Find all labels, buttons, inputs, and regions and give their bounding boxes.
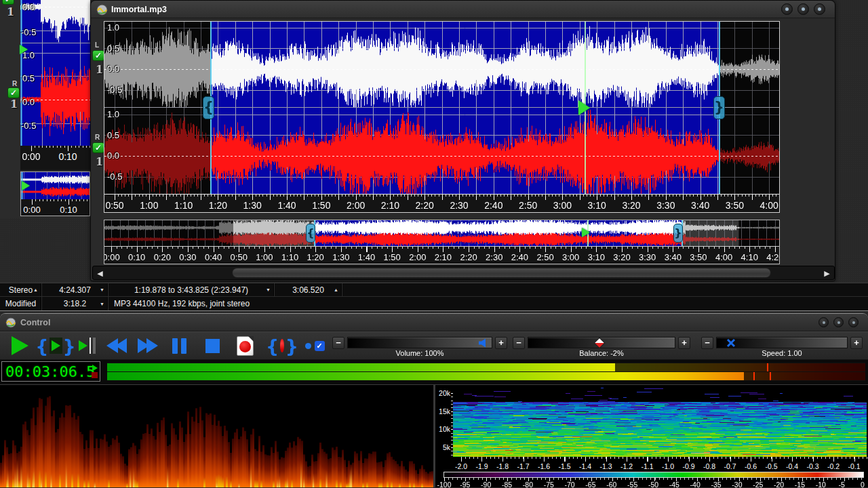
bg-overview[interactable]: 0:000:10 (20, 171, 90, 216)
scroll-left-arrow[interactable]: ◀ (94, 268, 106, 279)
speed-minus-button[interactable]: − (701, 337, 713, 349)
sound-window[interactable]: Immortal.mp3 L ✓ 1 R ✓ 1 1.00.50.0-0.5 1… (90, 0, 835, 281)
balance-handle-icon[interactable] (594, 337, 606, 348)
stop-button[interactable] (203, 335, 221, 357)
volume-handle-speaker-icon[interactable] (478, 338, 489, 348)
bg-overview-canvas[interactable] (21, 172, 90, 199)
fast-forward-button[interactable] (134, 335, 161, 357)
minimize-button[interactable] (781, 3, 793, 15)
status-format: MP3 44100 Hz, 192 kbps, joint stereo (108, 297, 868, 310)
db-label: -35 (711, 481, 721, 487)
overview-selection-start-handle[interactable]: { (306, 224, 315, 243)
timeline-label: 4:20 (766, 252, 779, 262)
timeline-label: 1:50 (383, 252, 400, 262)
timeline-label: 2:50 (536, 252, 553, 262)
selection-end-handle[interactable]: } (713, 96, 725, 119)
monitor-button[interactable]: ✓ (302, 335, 327, 357)
bg-playback-marker-icon[interactable] (20, 45, 28, 54)
overview-strip[interactable]: { } 0:000:100:200:300:400:501:001:101:20… (104, 220, 780, 264)
timeline-label: 0:50 (231, 252, 248, 262)
play-button[interactable] (8, 335, 31, 357)
play-selection-box (50, 338, 62, 354)
volume-slider[interactable] (347, 337, 492, 348)
control-titlebar[interactable]: Control (0, 314, 868, 331)
bg-timeline-ruler: 0:000:10 (20, 146, 90, 170)
minimize-button[interactable] (818, 317, 829, 327)
spectrogram-panel: 20k15k10k5k -2.0-1.9-1.8-1.7-1.6-1.5-1.4… (435, 384, 868, 487)
overview-ruler[interactable]: 0:000:100:200:300:400:501:001:101:201:30… (104, 246, 779, 264)
status-channels[interactable]: Stereo ▲ (0, 283, 42, 296)
dropdown-down-icon: ▼ (100, 302, 104, 306)
close-button[interactable] (848, 317, 859, 327)
balance-minus-button[interactable]: − (513, 337, 525, 349)
play-icon (79, 340, 87, 351)
db-label: -40 (690, 481, 701, 487)
status-selection-range[interactable]: 1:19.878 to 3:43.825 (2:23.947) ▼ (108, 283, 275, 296)
control-window[interactable]: Control { } (0, 313, 868, 487)
bg-channel-r-checkbox[interactable]: ✓ (7, 87, 20, 98)
timeline-ruler[interactable]: 0:501:001:101:201:301:401:502:002:102:20… (104, 194, 779, 212)
sound-window-titlebar[interactable]: Immortal.mp3 (91, 1, 835, 18)
timeline-label: 1:20 (307, 252, 324, 262)
db-label: -90 (481, 481, 491, 487)
db-label: -55 (627, 481, 637, 487)
balance-plus-button[interactable]: + (678, 337, 690, 349)
db-label: -100 (437, 481, 451, 487)
rewind-icon (115, 338, 127, 353)
scrollbar-thumb[interactable] (232, 268, 771, 278)
channel-left-label: L (95, 41, 99, 49)
brace-icon: { (35, 337, 48, 355)
status-remaining[interactable]: 3:18.2 ▼ (42, 297, 108, 310)
overview-selection-end-handle[interactable]: } (673, 224, 683, 243)
bg-waveform-canvas[interactable] (20, 0, 90, 146)
timeline-label: 1:00 (256, 252, 273, 262)
pause-icon (181, 338, 186, 354)
close-button[interactable] (814, 3, 825, 15)
play-selection-button[interactable]: { } (39, 335, 72, 357)
cursor-line-icon (90, 338, 91, 354)
maximize-button[interactable] (833, 317, 844, 327)
status-bar: Stereo ▲ 4:24.307 ▼ 1:19.878 to 3:43.825… (0, 283, 868, 311)
timeline-label: 0:00 (22, 151, 40, 162)
dropdown-up-icon: ▲ (334, 287, 338, 292)
selection-start-handle[interactable]: { (203, 96, 214, 119)
document-icon (237, 336, 254, 356)
scroll-right-arrow[interactable]: ▶ (821, 268, 833, 279)
check-icon: ✓ (95, 143, 102, 152)
playback-marker-icon[interactable] (578, 100, 590, 115)
volume-plus-button[interactable]: + (495, 337, 507, 349)
volume-minus-button[interactable]: − (332, 337, 344, 349)
bar-icon (93, 338, 96, 354)
play-from-cursor-button[interactable] (76, 335, 98, 357)
waveform-scrollbar[interactable]: ◀ ▶ (92, 266, 835, 280)
bg-channel-top-checkbox[interactable]: ✓ (2, 0, 14, 5)
record-selection-button[interactable]: { } (266, 335, 298, 357)
time-offset-label: -1.0 (662, 462, 674, 470)
check-icon: ✓ (95, 51, 102, 60)
waveform-view[interactable]: 1.00.50.0-0.5 1.00.50.0-0.5 { } 0:501:00… (104, 21, 780, 213)
record-button[interactable] (233, 335, 256, 357)
balance-slider[interactable] (528, 337, 675, 348)
peak-indicator (770, 372, 771, 380)
speed-label: Speed: 1.00 (762, 349, 802, 357)
db-label: -15 (795, 481, 805, 487)
timeline-label: 3:50 (726, 200, 744, 211)
db-label: -45 (669, 481, 679, 487)
pause-button[interactable] (170, 335, 188, 357)
channel-right-checkbox[interactable]: ✓ (92, 142, 104, 153)
speed-slider[interactable] (716, 337, 848, 348)
speed-plus-button[interactable]: + (850, 337, 863, 349)
bg-overview-playback-marker-icon[interactable] (22, 181, 30, 190)
overview-playback-marker-icon[interactable] (582, 228, 590, 237)
timeline-label: 3:30 (656, 200, 675, 211)
timeline-label: 0:30 (179, 252, 196, 262)
status-cursor-position[interactable]: 3:06.520 ▲ (275, 283, 342, 296)
maximize-button[interactable] (797, 3, 809, 15)
timeline-label: 2:10 (381, 200, 399, 211)
rewind-button[interactable] (103, 335, 130, 357)
background-sound-window[interactable]: ✓ 1 R ✓ 1 0.0 -0.5 1.0 0.5 0.0 -0.5 0:00… (0, 0, 90, 218)
channel-left-checkbox[interactable]: ✓ (92, 50, 104, 61)
speed-handle-x-icon[interactable] (726, 338, 736, 348)
status-total-length[interactable]: 4:24.307 ▼ (42, 283, 108, 296)
timeline-label: 2:20 (416, 200, 434, 211)
